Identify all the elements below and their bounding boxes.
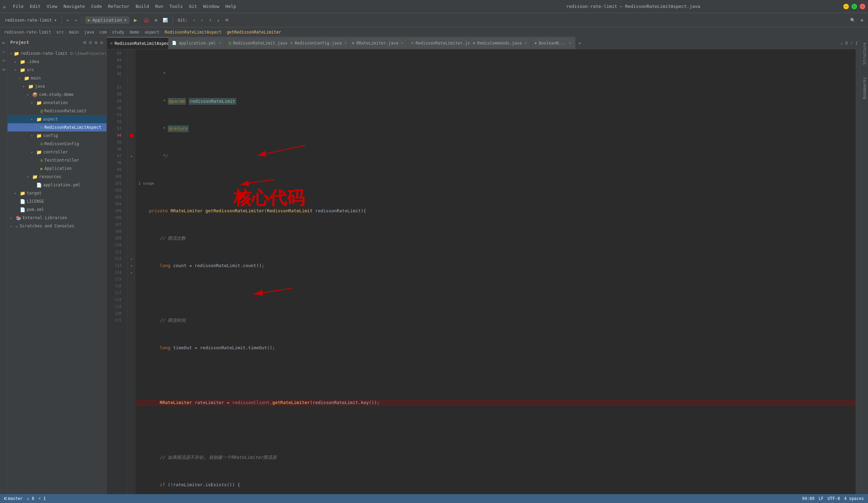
encoding[interactable]: UTF-8 <box>828 496 840 501</box>
tab-application-yml[interactable]: 📄 application.yml ✕ <box>168 37 225 49</box>
tree-item-application-yml[interactable]: ▸ 📄 application.yml <box>8 181 106 189</box>
project-icon[interactable]: P <box>1 40 7 46</box>
menu-refactor[interactable]: Refactor <box>105 3 133 10</box>
tab-more[interactable]: ▾ <box>576 40 584 46</box>
tree-item-controller[interactable]: ▾ 📁 controller <box>8 148 106 156</box>
tab-close[interactable]: ✕ <box>400 40 404 45</box>
gutter-94-breakpoint[interactable] <box>127 132 136 139</box>
debug-button[interactable]: 🐞 <box>142 16 151 25</box>
menu-code[interactable]: Code <box>88 3 104 10</box>
tab-redisson-rate-limit-aspect[interactable]: ⊙ RedissonRateLimitAspect.java ✕ <box>107 37 168 49</box>
fold-icon-114[interactable]: ▾ <box>131 271 133 275</box>
tree-item-application[interactable]: ▸ ▶ Application <box>8 164 106 173</box>
tab-close[interactable]: ✕ <box>568 40 572 45</box>
editor-content[interactable]: 83 84 85 86 87 88 89 90 91 92 93 94 95 9… <box>107 49 860 494</box>
commit-icon[interactable]: C <box>1 49 7 55</box>
tree-item-src[interactable]: ▾ 📁 src <box>8 66 106 74</box>
toolbar-nav-forward[interactable]: → <box>73 17 79 24</box>
tab-boolean-n[interactable]: ◈ BooleanN... ✕ <box>531 37 576 49</box>
run-config-selector[interactable]: ▶ Application ▾ <box>85 17 130 24</box>
tree-item-test-controller[interactable]: ▸ ⊙ TestController <box>8 156 106 164</box>
menu-window[interactable]: Window <box>200 3 222 10</box>
tree-item-package[interactable]: ▾ 📦 com.study.demo <box>8 90 106 99</box>
line-ending[interactable]: LF <box>819 496 824 501</box>
menu-help[interactable]: Help <box>223 3 239 10</box>
tab-close[interactable]: ✕ <box>218 40 221 45</box>
breadcrumb-main[interactable]: main <box>69 30 79 34</box>
tab-close[interactable]: ✕ <box>524 40 528 45</box>
tree-item-idea[interactable]: ▸ 📁 .idea <box>8 58 106 66</box>
tab-close[interactable]: ✕ <box>344 40 348 45</box>
breadcrumb-method[interactable]: getRedissonRateLimiter <box>227 30 281 34</box>
tree-item-external-libs[interactable]: ▸ 📚 External Libraries <box>8 214 106 222</box>
indent[interactable]: 4 spaces <box>844 496 864 501</box>
menu-run[interactable]: Run <box>152 3 166 10</box>
git-branch[interactable]: ⑆ master <box>4 496 23 501</box>
git-check2[interactable]: ✓ <box>199 17 205 24</box>
tab-redisson-rate-limit[interactable]: @ RedissonRateLimit.java ✕ <box>225 37 287 49</box>
breadcrumb-java[interactable]: java <box>84 30 94 34</box>
breadcrumb-src[interactable]: src <box>56 30 64 34</box>
tree-item-redisson-config[interactable]: ▸ ⊙ RedissonConfig <box>8 140 106 148</box>
menu-view[interactable]: View <box>44 3 60 10</box>
breadcrumb-class[interactable]: RedissonRateLimitAspect <box>165 30 221 34</box>
tree-item-aspect[interactable]: ▾ 📁 aspect <box>8 115 106 123</box>
project-dropdown[interactable]: redisson-rate-limit ▾ <box>3 17 59 24</box>
tree-item-pom[interactable]: ▸ 📄 pom.xml <box>8 205 106 214</box>
code-content[interactable]: * * @param redissonRateLimit * @return <box>136 49 856 494</box>
git-check[interactable]: ✓ <box>191 17 198 24</box>
tree-item-target[interactable]: ▸ 📁 target <box>8 189 106 197</box>
tree-item-main[interactable]: ▾ 📁 main <box>8 74 106 82</box>
menu-git[interactable]: Git <box>186 3 200 10</box>
run-button[interactable]: ▶ <box>131 16 141 25</box>
menu-tools[interactable]: Tools <box>167 3 186 10</box>
settings-button[interactable]: ⚙ <box>859 17 865 24</box>
fold-icon-113[interactable]: ▾ <box>131 264 133 268</box>
git-history[interactable]: ⟲ <box>223 17 230 24</box>
tree-item-java[interactable]: ▾ 📁 java <box>8 82 106 90</box>
breadcrumb-demo[interactable]: demo <box>130 30 140 34</box>
minimize-button[interactable]: — <box>843 4 849 9</box>
tree-item-annotation[interactable]: ▾ 📁 annotation <box>8 99 106 107</box>
tree-item-scratches[interactable]: ▸ ✏ Scratches and Consoles <box>8 222 106 230</box>
panel-action-collapse[interactable]: ⊟ <box>88 39 92 46</box>
breadcrumb-com[interactable]: com <box>99 30 107 34</box>
git-push[interactable]: ↑ <box>207 17 214 24</box>
panel-action-expand[interactable]: ⊞ <box>83 39 87 46</box>
bookmarks-icon[interactable]: B <box>1 66 7 73</box>
git-pull[interactable]: ↓ <box>215 17 221 24</box>
menu-navigate[interactable]: Navigate <box>61 3 88 10</box>
menu-build[interactable]: Build <box>133 3 152 10</box>
breadcrumb-study[interactable]: study <box>112 30 124 34</box>
panel-action-gear[interactable]: ⚙ <box>94 39 98 46</box>
structure-icon[interactable]: S <box>1 58 7 64</box>
right-scrollbar[interactable] <box>856 49 860 494</box>
tree-item-redisson-rate-limit[interactable]: ▸ @ RedissonRateLimit <box>8 107 106 115</box>
fold-icon-112[interactable]: ▾ <box>131 257 133 261</box>
coverage-button[interactable]: ⚙ <box>153 17 159 24</box>
tree-item-aspect-class[interactable]: ▸ ⊙ RedissonRateLimitAspect <box>8 123 106 132</box>
fold-icon-97[interactable]: ▾ <box>131 154 133 158</box>
menu-file[interactable]: File <box>10 3 27 10</box>
warning-count[interactable]: ⚠ 8 <box>27 496 34 501</box>
tab-redisson-config[interactable]: ⊙ RedissonConfig.java ✕ <box>287 37 349 49</box>
breadcrumb-aspect[interactable]: aspect <box>145 30 159 34</box>
tree-item-resources[interactable]: ▾ 📁 resources <box>8 173 106 181</box>
tree-item-config[interactable]: ▾ 📁 config <box>8 132 106 140</box>
structure-tab[interactable]: Structure <box>861 40 868 68</box>
profiler-button[interactable]: 📊 <box>161 17 170 24</box>
toolbar-nav-back[interactable]: ← <box>65 17 71 24</box>
breadcrumb-project[interactable]: redisson-rate-limit <box>4 30 51 34</box>
maximize-button[interactable]: □ <box>851 4 857 9</box>
tab-redisson-rate-limiter[interactable]: ⊙ RedissonRateLimiter.java ✕ <box>408 37 469 49</box>
tab-rrate-limiter[interactable]: ◈ RRateLimiter.java ✕ <box>349 37 408 49</box>
error-count[interactable]: ⚡ 1 <box>38 496 46 501</box>
close-button[interactable]: ✕ <box>860 4 865 9</box>
bookmarks-tab[interactable]: Bookmarks <box>861 74 868 102</box>
tree-item-root[interactable]: ▾ 📁 redisson-rate-limit D:\IdeaProjects\… <box>8 49 106 58</box>
search-everywhere-button[interactable]: 🔍 <box>848 17 857 24</box>
menu-edit[interactable]: Edit <box>27 3 43 10</box>
tree-item-license[interactable]: ▸ 📄 LICENSE <box>8 197 106 205</box>
panel-action-settings[interactable]: ≡ <box>100 39 104 46</box>
tab-redis-commands[interactable]: ◈ RedisCommands.java ✕ <box>469 37 531 49</box>
